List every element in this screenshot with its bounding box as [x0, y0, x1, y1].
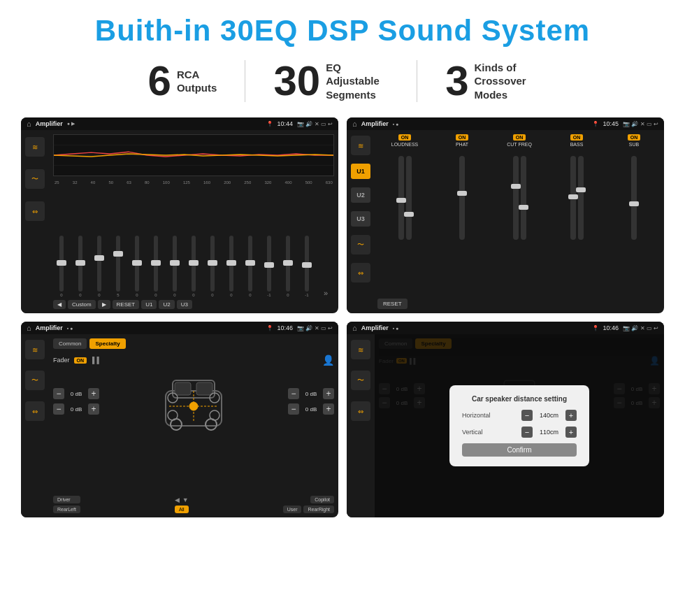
dsp-reset-btn[interactable]: RESET [377, 299, 408, 309]
db-minus-4[interactable]: − [288, 403, 299, 415]
dist-home-icon[interactable]: ⌂ [352, 324, 357, 332]
modal-confirm-btn[interactable]: Confirm [462, 443, 577, 457]
dist-screen: ⌂ Amplifier ▪ ● 📍 10:46 📷 🔊 ✕ ▭ ↩ ≋ 〜 ⇔ [347, 322, 664, 517]
modal-vertical-plus[interactable]: + [565, 427, 577, 438]
fader-all-btn[interactable]: All [175, 506, 189, 513]
fader-eq-btn[interactable]: ≋ [25, 340, 45, 359]
fader-left-icon[interactable]: ◀ [175, 496, 180, 503]
db-val-1: 0 dB [66, 391, 86, 397]
dsp-phat-on[interactable]: ON [456, 134, 469, 141]
dist-eq-btn[interactable]: ≋ [351, 340, 370, 359]
db-plus-1[interactable]: + [88, 388, 99, 399]
db-plus-3[interactable]: + [323, 388, 334, 399]
db-plus-2[interactable]: + [88, 403, 99, 415]
dsp-bass-channel: ON BASS [549, 134, 604, 296]
eq-slider-10[interactable]: 0 [223, 236, 240, 297]
eq-next-btn[interactable]: ▶ [98, 300, 110, 309]
dsp-bass-slider2[interactable] [578, 156, 584, 240]
modal-horizontal-label: Horizontal [462, 412, 517, 419]
fader-home-icon[interactable]: ⌂ [27, 324, 31, 332]
eq-slider-4[interactable]: 5 [110, 236, 127, 297]
fader-tab-common[interactable]: Common [53, 338, 87, 349]
eq-u3-btn[interactable]: U3 [177, 300, 192, 309]
eq-reset-btn[interactable]: RESET [113, 300, 140, 309]
stat-crossover: 3 Kinds of Crossover Modes [417, 60, 565, 102]
db-minus-1[interactable]: − [53, 388, 64, 399]
fader-copilot-btn[interactable]: Copilot [310, 496, 334, 503]
eq-slider-3[interactable]: 0 [91, 236, 108, 297]
db-row-3: − 0 dB + [288, 388, 334, 399]
fader-on-badge[interactable]: ON [74, 357, 87, 364]
dist-status-bar: ⌂ Amplifier ▪ ● 📍 10:46 📷 🔊 ✕ ▭ ↩ [347, 322, 664, 334]
dsp-phat-slider1[interactable] [459, 156, 465, 240]
db-plus-4[interactable]: + [323, 403, 334, 415]
fader-tab-specialty[interactable]: Specialty [89, 338, 125, 349]
dsp-home-icon[interactable]: ⌂ [352, 120, 357, 128]
fader-driver-btn[interactable]: Driver [53, 496, 80, 503]
eq-slider-11[interactable]: 0 [242, 236, 259, 297]
distance-modal: Car speaker distance setting Horizontal … [449, 385, 589, 466]
home-icon[interactable]: ⌂ [27, 120, 31, 128]
modal-horizontal-plus[interactable]: + [565, 410, 577, 421]
eq-custom-btn[interactable]: Custom [68, 300, 96, 309]
dsp-main: ON LOUDNESS [375, 130, 664, 313]
dsp-loudness-slider2[interactable] [406, 156, 412, 240]
eq-slider-9[interactable]: 0 [204, 236, 221, 297]
eq-u2-btn[interactable]: U2 [159, 300, 174, 309]
dsp-u3-btn[interactable]: U3 [351, 211, 370, 227]
eq-prev-btn[interactable]: ◀ [53, 300, 66, 309]
dsp-wave-btn[interactable]: 〜 [351, 235, 370, 255]
fader-sidebar: ≋ 〜 ⇔ [21, 334, 49, 517]
dist-wave-btn[interactable]: 〜 [351, 371, 370, 390]
eq-slider-13[interactable]: 0 [280, 236, 296, 297]
dsp-sub-slider1[interactable] [631, 156, 637, 240]
eq-slider-8[interactable]: 0 [185, 236, 202, 297]
dsp-time: 10:45 [603, 120, 619, 127]
dsp-bass-slider1[interactable] [570, 156, 576, 240]
modal-vertical-minus[interactable]: − [521, 427, 533, 438]
modal-horizontal-minus[interactable]: − [521, 410, 533, 421]
screenshots-grid: ⌂ Amplifier ● ▶ 📍 10:44 📷 🔊 ✕ ▭ ↩ ≋ 〜 ⇔ [21, 117, 664, 517]
dsp-loudness-on[interactable]: ON [398, 134, 412, 141]
dsp-status-bar: ⌂ Amplifier ▪ ● 📍 10:45 📷 🔊 ✕ ▭ ↩ [347, 117, 664, 130]
eq-slider-6[interactable]: 0 [147, 236, 164, 297]
fader-down-icon[interactable]: ▼ [182, 496, 189, 503]
fader-user-btn[interactable]: User [283, 506, 302, 513]
dsp-arrows-btn[interactable]: ⇔ [351, 263, 370, 282]
dsp-loudness-slider1[interactable] [398, 156, 404, 240]
fader-wave-btn[interactable]: 〜 [25, 371, 45, 390]
dsp-cutfreq-slider1[interactable] [513, 156, 519, 240]
eq-slider-1[interactable]: 0 [53, 236, 70, 297]
fader-header: Fader ON ▌▌ 👤 [53, 354, 334, 366]
left-db-controls: − 0 dB + − 0 dB + [53, 388, 99, 415]
dsp-bass-on[interactable]: ON [570, 134, 584, 141]
eq-slider-5[interactable]: 0 [129, 236, 145, 297]
eq-slider-14[interactable]: -1 [298, 236, 315, 297]
modal-vertical-value: 110cm [537, 429, 561, 436]
eq-sidebar-arrows-btn[interactable]: ⇔ [25, 201, 45, 221]
dsp-u1-btn[interactable]: U1 [351, 164, 370, 179]
dsp-eq-btn[interactable]: ≋ [351, 136, 370, 155]
eq-sidebar-wave-btn[interactable]: 〜 [25, 169, 45, 189]
db-minus-2[interactable]: − [53, 403, 64, 415]
fader-rearright-btn[interactable]: RearRight [303, 506, 334, 513]
eq-sidebar-eq-btn[interactable]: ≋ [25, 137, 45, 157]
eq-app-name: Amplifier [36, 120, 63, 127]
db-minus-3[interactable]: − [288, 388, 299, 399]
dsp-sidebar: ≋ U1 U2 U3 〜 ⇔ [347, 130, 375, 313]
dsp-sub-on[interactable]: ON [628, 134, 641, 141]
fader-arrows-btn[interactable]: ⇔ [25, 401, 45, 421]
dist-time: 10:46 [603, 324, 619, 331]
eq-u1-btn[interactable]: U1 [141, 300, 157, 309]
dsp-cutfreq-slider2[interactable] [521, 156, 526, 240]
fader-rearleft-btn[interactable]: RearLeft [53, 506, 80, 513]
eq-slider-7[interactable]: 0 [166, 236, 183, 297]
eq-slider-12[interactable]: -1 [261, 236, 277, 297]
dsp-u2-btn[interactable]: U2 [351, 187, 370, 203]
eq-slider-2[interactable]: 0 [72, 236, 89, 297]
dsp-cutfreq-on[interactable]: ON [513, 134, 526, 141]
dist-arrows-btn[interactable]: ⇔ [351, 401, 370, 421]
modal-overlay: Car speaker distance setting Horizontal … [375, 334, 664, 517]
eq-slider-expand[interactable]: » [317, 289, 334, 297]
eq-controls: ◀ Custom ▶ RESET U1 U2 U3 [53, 300, 334, 309]
